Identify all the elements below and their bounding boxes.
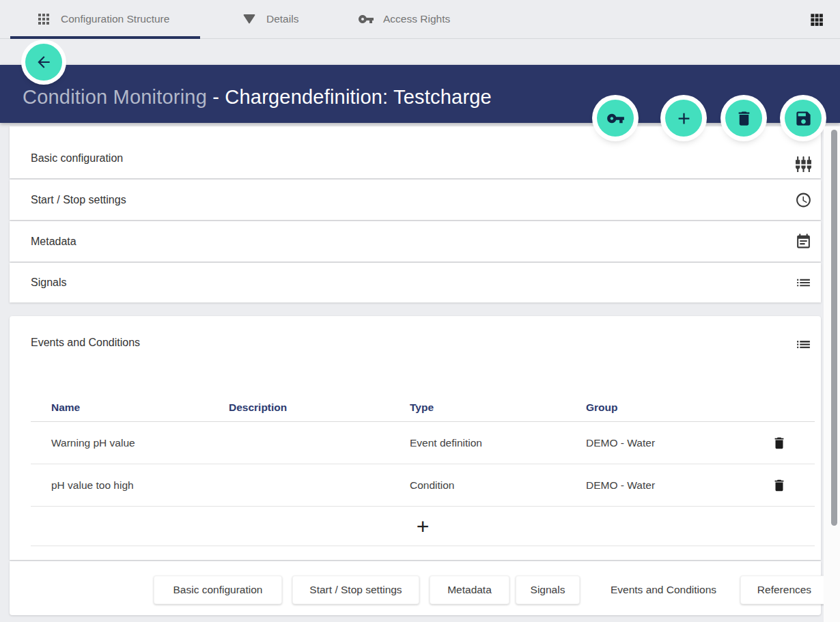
section-label: Start / Stop settings xyxy=(31,194,126,206)
section-header-metadata[interactable]: Metadata xyxy=(10,221,821,261)
nav-button-basic-configuration[interactable]: Basic configuration xyxy=(154,576,282,604)
nav-button-signals[interactable]: Signals xyxy=(516,576,580,604)
clock-icon xyxy=(795,191,812,208)
page-header: Condition Monitoring - Chargendefinition… xyxy=(0,65,840,123)
cell-name: Warning pH value xyxy=(51,437,229,449)
section-label: Metadata xyxy=(31,236,76,248)
sliders-icon xyxy=(795,156,812,173)
section-header-signals[interactable]: Signals xyxy=(10,263,821,302)
nav-button-label: Basic configuration xyxy=(173,584,263,596)
delete-button[interactable] xyxy=(725,100,762,137)
nav-button-label: Signals xyxy=(531,584,565,596)
cell-type: Event definition xyxy=(410,437,586,449)
page-title-context: Condition Monitoring xyxy=(23,86,207,108)
apps-grid-icon xyxy=(808,11,826,29)
key-icon xyxy=(606,109,625,128)
top-tab-bar: Configuration Structure Details Access R… xyxy=(0,0,840,39)
cell-group: DEMO - Water xyxy=(586,479,750,492)
funnel-icon xyxy=(241,11,257,27)
column-header-type: Type xyxy=(410,401,586,414)
plus-icon: + xyxy=(417,515,430,537)
tab-label: Details xyxy=(266,13,298,25)
events-section-label: Events and Conditions xyxy=(31,337,140,349)
events-table-header: Name Description Type Group xyxy=(31,401,815,422)
page-title-separator: - xyxy=(207,86,225,108)
calendar-icon xyxy=(795,233,812,250)
apps-grid-button[interactable] xyxy=(808,11,826,29)
column-header-description: Description xyxy=(229,401,410,414)
page-title: Condition Monitoring - Chargendefinition… xyxy=(23,86,492,109)
plus-icon xyxy=(675,109,693,128)
tab-access-rights[interactable]: Access Rights xyxy=(358,0,450,38)
add-row-button[interactable]: + xyxy=(31,507,815,546)
list-icon[interactable] xyxy=(795,336,812,353)
trash-icon xyxy=(735,109,753,128)
list-icon xyxy=(795,274,812,292)
table-row: pH value too high Condition DEMO - Water xyxy=(31,464,815,507)
cell-type: Condition xyxy=(410,479,586,492)
column-header-name: Name xyxy=(51,401,229,414)
row-delete-button[interactable] xyxy=(772,478,787,493)
section-label: Signals xyxy=(31,277,66,289)
nav-button-events-and-conditions[interactable]: Events and Conditions xyxy=(587,576,740,604)
access-rights-button[interactable] xyxy=(597,100,634,137)
tab-label: Access Rights xyxy=(383,13,450,25)
tab-label: Configuration Structure xyxy=(61,13,169,25)
nav-button-label: References xyxy=(757,584,811,596)
events-table: Name Description Type Group Warning pH v… xyxy=(31,401,815,546)
page-title-entity: Chargendefinition: Testcharge xyxy=(225,86,492,108)
nav-button-start-stop-settings[interactable]: Start / Stop settings xyxy=(292,576,419,604)
nav-button-metadata[interactable]: Metadata xyxy=(430,576,509,604)
nav-button-references[interactable]: References xyxy=(740,576,828,604)
bottom-nav-bar: Basic configuration Start / Stop setting… xyxy=(10,561,821,615)
arrow-left-icon xyxy=(35,53,53,71)
scrollbar-track[interactable] xyxy=(824,126,840,622)
section-start-stop-settings: Start / Stop settings xyxy=(10,180,821,220)
section-header-start-stop-settings[interactable]: Start / Stop settings xyxy=(10,180,821,220)
section-metadata: Metadata xyxy=(10,221,821,261)
save-icon xyxy=(794,109,813,128)
tab-details[interactable]: Details xyxy=(241,0,298,38)
nav-button-label: Start / Stop settings xyxy=(309,584,402,596)
key-icon xyxy=(358,11,374,27)
section-signals: Signals xyxy=(10,263,821,302)
cell-group: DEMO - Water xyxy=(586,437,750,449)
section-basic-configuration: Basic configuration xyxy=(10,126,821,178)
tab-configuration-structure[interactable]: Configuration Structure xyxy=(36,0,169,38)
save-button[interactable] xyxy=(785,100,822,137)
add-button[interactable] xyxy=(665,100,702,137)
row-delete-button[interactable] xyxy=(772,436,787,451)
active-tab-indicator xyxy=(10,36,200,39)
nav-button-label: Metadata xyxy=(447,584,492,596)
cell-name: pH value too high xyxy=(51,479,229,492)
grid-icon xyxy=(36,11,52,27)
section-header-basic-configuration[interactable]: Basic configuration xyxy=(10,126,821,178)
section-label: Basic configuration xyxy=(31,152,123,165)
column-header-group: Group xyxy=(586,401,750,414)
section-events-and-conditions: Events and Conditions Name Description T… xyxy=(10,316,821,560)
nav-button-label: Events and Conditions xyxy=(611,584,716,596)
back-button[interactable] xyxy=(25,44,62,81)
scrollbar-thumb[interactable] xyxy=(831,130,837,526)
table-row: Warning pH value Event definition DEMO -… xyxy=(31,422,815,464)
